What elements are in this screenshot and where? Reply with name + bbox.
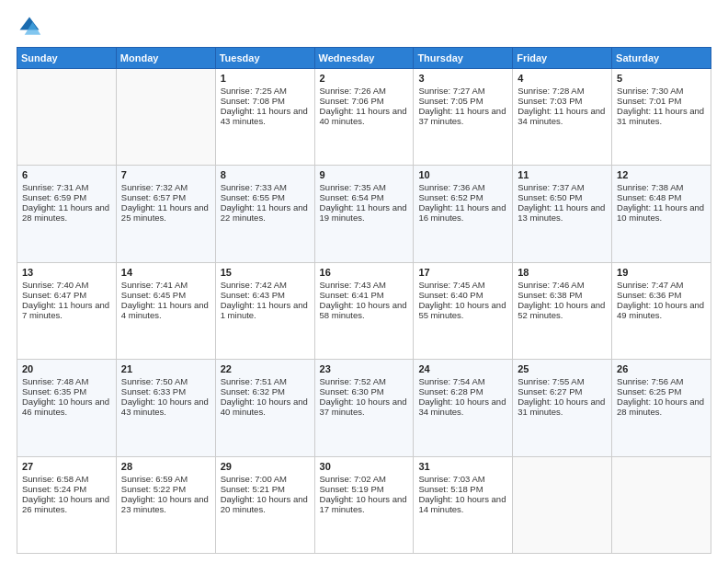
sunset-text: Sunset: 7:05 PM	[418, 96, 483, 106]
sunset-text: Sunset: 6:36 PM	[617, 290, 681, 300]
sunset-text: Sunset: 6:41 PM	[320, 290, 384, 300]
calendar-cell: 27Sunrise: 6:58 AMSunset: 5:24 PMDayligh…	[17, 456, 117, 553]
daylight-text: Daylight: 10 hours and 52 minutes.	[518, 300, 605, 320]
sunrise-text: Sunrise: 7:45 AM	[418, 280, 484, 290]
weekday-header-sunday: Sunday	[17, 48, 117, 69]
sunset-text: Sunset: 6:25 PM	[617, 386, 681, 396]
day-number: 21	[121, 363, 210, 374]
day-number: 14	[121, 267, 210, 278]
sunset-text: Sunset: 6:48 PM	[617, 192, 681, 202]
weekday-header-thursday: Thursday	[414, 48, 513, 69]
sunrise-text: Sunrise: 7:30 AM	[617, 86, 683, 96]
daylight-text: Daylight: 11 hours and 40 minutes.	[320, 106, 407, 126]
daylight-text: Daylight: 10 hours and 49 minutes.	[617, 300, 704, 320]
daylight-text: Daylight: 10 hours and 20 minutes.	[221, 494, 308, 514]
calendar-cell: 5Sunrise: 7:30 AMSunset: 7:01 PMDaylight…	[612, 69, 711, 166]
logo-icon	[17, 14, 42, 40]
calendar-cell: 25Sunrise: 7:55 AMSunset: 6:27 PMDayligh…	[513, 360, 612, 456]
sunset-text: Sunset: 6:59 PM	[22, 192, 86, 202]
day-number: 12	[617, 169, 706, 180]
day-number: 1	[221, 73, 310, 84]
sunset-text: Sunset: 6:50 PM	[518, 192, 582, 202]
day-number: 4	[518, 73, 607, 84]
day-number: 28	[121, 461, 210, 472]
sunset-text: Sunset: 6:30 PM	[320, 386, 384, 396]
sunrise-text: Sunrise: 7:32 AM	[121, 182, 188, 192]
day-number: 25	[518, 363, 607, 374]
calendar-cell: 12Sunrise: 7:38 AMSunset: 6:48 PMDayligh…	[612, 166, 711, 262]
daylight-text: Daylight: 10 hours and 37 minutes.	[320, 396, 407, 417]
day-number: 5	[617, 73, 706, 84]
calendar-cell: 20Sunrise: 7:48 AMSunset: 6:35 PMDayligh…	[17, 360, 117, 456]
sunset-text: Sunset: 5:22 PM	[121, 484, 186, 494]
daylight-text: Daylight: 11 hours and 34 minutes.	[518, 106, 605, 126]
daylight-text: Daylight: 10 hours and 34 minutes.	[418, 396, 506, 417]
week-row-4: 20Sunrise: 7:48 AMSunset: 6:35 PMDayligh…	[17, 360, 711, 456]
daylight-text: Daylight: 11 hours and 19 minutes.	[320, 202, 407, 223]
calendar-cell	[17, 69, 117, 166]
sunrise-text: Sunrise: 7:31 AM	[22, 182, 88, 192]
daylight-text: Daylight: 11 hours and 7 minutes.	[22, 300, 109, 320]
calendar-cell: 23Sunrise: 7:52 AMSunset: 6:30 PMDayligh…	[314, 360, 414, 456]
calendar-cell: 10Sunrise: 7:36 AMSunset: 6:52 PMDayligh…	[414, 166, 513, 262]
sunset-text: Sunset: 6:32 PM	[221, 386, 285, 396]
calendar-table: SundayMondayTuesdayWednesdayThursdayFrid…	[17, 47, 711, 554]
weekday-header-saturday: Saturday	[612, 48, 711, 69]
calendar-cell: 21Sunrise: 7:50 AMSunset: 6:33 PMDayligh…	[116, 360, 215, 456]
sunset-text: Sunset: 6:28 PM	[418, 386, 483, 396]
sunset-text: Sunset: 6:52 PM	[418, 192, 483, 202]
sunset-text: Sunset: 6:47 PM	[22, 290, 86, 300]
day-number: 9	[320, 169, 409, 180]
sunrise-text: Sunrise: 7:38 AM	[617, 182, 683, 192]
day-number: 22	[221, 363, 310, 374]
day-number: 18	[518, 267, 607, 278]
week-row-2: 6Sunrise: 7:31 AMSunset: 6:59 PMDaylight…	[17, 166, 711, 262]
sunrise-text: Sunrise: 7:52 AM	[320, 376, 386, 386]
calendar-cell: 19Sunrise: 7:47 AMSunset: 6:36 PMDayligh…	[612, 262, 711, 359]
week-row-3: 13Sunrise: 7:40 AMSunset: 6:47 PMDayligh…	[17, 262, 711, 359]
week-row-5: 27Sunrise: 6:58 AMSunset: 5:24 PMDayligh…	[17, 456, 711, 553]
sunrise-text: Sunrise: 7:56 AM	[617, 376, 683, 386]
page: SundayMondayTuesdayWednesdayThursdayFrid…	[0, 0, 728, 563]
calendar-cell: 13Sunrise: 7:40 AMSunset: 6:47 PMDayligh…	[17, 262, 117, 359]
daylight-text: Daylight: 10 hours and 55 minutes.	[418, 300, 506, 320]
calendar-cell: 30Sunrise: 7:02 AMSunset: 5:19 PMDayligh…	[314, 456, 414, 553]
daylight-text: Daylight: 11 hours and 13 minutes.	[518, 202, 605, 223]
sunrise-text: Sunrise: 7:00 AM	[221, 474, 287, 484]
header	[17, 14, 711, 40]
sunset-text: Sunset: 5:19 PM	[320, 484, 384, 494]
sunset-text: Sunset: 7:06 PM	[320, 96, 384, 106]
calendar-cell: 8Sunrise: 7:33 AMSunset: 6:55 PMDaylight…	[215, 166, 314, 262]
sunset-text: Sunset: 6:54 PM	[320, 192, 384, 202]
daylight-text: Daylight: 10 hours and 43 minutes.	[121, 396, 209, 417]
sunrise-text: Sunrise: 7:50 AM	[121, 376, 188, 386]
sunset-text: Sunset: 6:38 PM	[518, 290, 582, 300]
calendar-cell	[612, 456, 711, 553]
calendar-cell: 6Sunrise: 7:31 AMSunset: 6:59 PMDaylight…	[17, 166, 117, 262]
sunrise-text: Sunrise: 7:55 AM	[518, 376, 584, 386]
sunrise-text: Sunrise: 7:54 AM	[418, 376, 484, 386]
daylight-text: Daylight: 10 hours and 26 minutes.	[22, 494, 109, 514]
day-number: 17	[418, 267, 507, 278]
sunset-text: Sunset: 6:27 PM	[518, 386, 582, 396]
sunset-text: Sunset: 7:01 PM	[617, 96, 681, 106]
daylight-text: Daylight: 10 hours and 14 minutes.	[418, 494, 506, 514]
weekday-header-wednesday: Wednesday	[314, 48, 414, 69]
day-number: 27	[22, 461, 111, 472]
sunrise-text: Sunrise: 7:46 AM	[518, 280, 584, 290]
sunrise-text: Sunrise: 6:59 AM	[121, 474, 188, 484]
calendar-cell: 3Sunrise: 7:27 AMSunset: 7:05 PMDaylight…	[414, 69, 513, 166]
calendar-cell: 4Sunrise: 7:28 AMSunset: 7:03 PMDaylight…	[513, 69, 612, 166]
calendar-cell: 9Sunrise: 7:35 AMSunset: 6:54 PMDaylight…	[314, 166, 414, 262]
week-row-1: 1Sunrise: 7:25 AMSunset: 7:08 PMDaylight…	[17, 69, 711, 166]
sunrise-text: Sunrise: 7:28 AM	[518, 86, 584, 96]
calendar-cell: 16Sunrise: 7:43 AMSunset: 6:41 PMDayligh…	[314, 262, 414, 359]
day-number: 24	[418, 363, 507, 374]
calendar-cell: 2Sunrise: 7:26 AMSunset: 7:06 PMDaylight…	[314, 69, 414, 166]
daylight-text: Daylight: 10 hours and 17 minutes.	[320, 494, 407, 514]
day-number: 16	[320, 267, 409, 278]
calendar-cell	[116, 69, 215, 166]
sunrise-text: Sunrise: 7:37 AM	[518, 182, 584, 192]
day-number: 8	[221, 169, 310, 180]
daylight-text: Daylight: 11 hours and 28 minutes.	[22, 202, 109, 223]
